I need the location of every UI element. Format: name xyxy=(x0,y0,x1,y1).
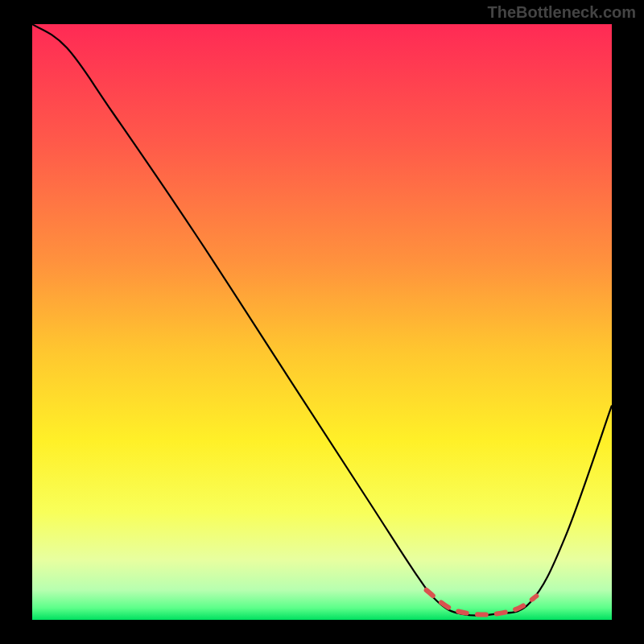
watermark: TheBottleneck.com xyxy=(488,3,636,22)
bottleneck-curve xyxy=(32,24,612,616)
chart-curve-layer xyxy=(32,24,612,620)
chart-plot-area xyxy=(32,24,612,620)
